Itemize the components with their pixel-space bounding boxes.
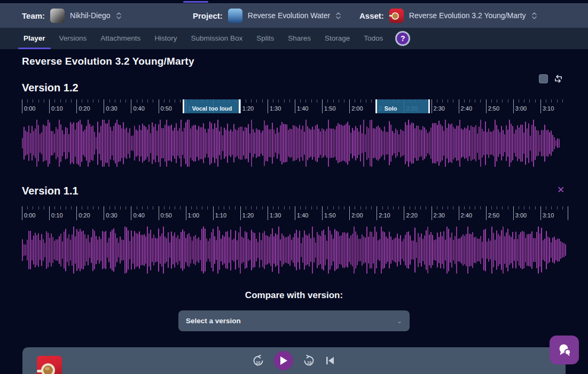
ruler-minor-tick xyxy=(153,99,153,103)
ruler-minor-tick xyxy=(262,206,263,209)
ruler-minor-tick xyxy=(502,99,503,103)
ruler-minor-tick xyxy=(562,206,563,209)
ruler-time-label: 3:10 xyxy=(543,105,554,112)
play-button[interactable] xyxy=(274,351,293,370)
ruler-minor-tick xyxy=(546,99,546,103)
ruler-major-tick xyxy=(513,99,514,113)
ruler-minor-tick xyxy=(442,206,443,209)
ruler-minor-tick xyxy=(360,206,361,209)
ruler-minor-tick xyxy=(420,206,421,209)
rewind-10-button[interactable]: 10 xyxy=(252,355,264,367)
nav-tab-bar: Player Versions Attachments History Subm… xyxy=(0,28,588,49)
ruler-minor-tick xyxy=(344,206,344,209)
ruler-minor-tick xyxy=(453,99,453,103)
ruler-minor-tick xyxy=(551,99,552,103)
chat-button[interactable] xyxy=(550,336,579,364)
ruler-time-label: 3:10 xyxy=(543,212,554,219)
ruler-time-label: 2:40 xyxy=(461,105,472,112)
ruler-minor-tick xyxy=(82,99,82,103)
ruler-time-label: 1:40 xyxy=(297,105,308,112)
team-selector[interactable]: Team: Nikhil-Diego xyxy=(22,3,122,28)
asset-selector[interactable]: Asset: Reverse Evolution 3.2 Young/Marty xyxy=(359,3,537,28)
page-title: Reverse Evolution 3.2 Young/Marty xyxy=(22,56,194,67)
ruler-time-label: 0:50 xyxy=(161,105,172,112)
ruler-minor-tick xyxy=(557,206,558,209)
ruler-minor-tick xyxy=(88,99,88,103)
ruler-minor-tick xyxy=(317,206,317,209)
ruler-time-label: 0:50 xyxy=(161,212,172,219)
ruler-minor-tick xyxy=(388,206,388,209)
question-mark-icon: ? xyxy=(401,34,405,43)
project-selector[interactable]: Project: Reverse Evolution Water xyxy=(193,3,341,28)
ruler-time-label: 2:50 xyxy=(488,212,499,219)
ruler-minor-tick xyxy=(246,206,246,209)
ruler-minor-tick xyxy=(278,206,279,209)
ruler-minor-tick xyxy=(60,206,61,209)
ruler-minor-tick xyxy=(442,99,443,103)
ruler-minor-tick xyxy=(137,99,137,103)
ruler-minor-tick xyxy=(382,206,383,209)
ruler-minor-tick xyxy=(508,206,508,209)
ruler-time-label: 2:30 xyxy=(434,212,445,219)
ruler-time-label: 1:10 xyxy=(215,212,226,219)
ruler-minor-tick xyxy=(256,99,257,103)
team-label: Team: xyxy=(22,11,45,20)
ruler-minor-tick xyxy=(126,99,126,103)
skip-to-start-button[interactable] xyxy=(325,356,335,365)
ruler-minor-tick xyxy=(66,206,66,209)
ruler-minor-tick xyxy=(98,206,99,209)
ruler-minor-tick xyxy=(251,99,252,103)
tab-submission-box[interactable]: Submission Box xyxy=(185,28,248,49)
loop-icon[interactable] xyxy=(553,74,563,83)
timeline-region[interactable]: Vocal too loud xyxy=(183,99,240,113)
timeline-ruler-v11[interactable]: 0:000:100:200:300:400:501:001:101:201:30… xyxy=(22,206,568,220)
tab-history[interactable]: History xyxy=(149,28,182,49)
version-select-dropdown[interactable]: Select a version ⌄ xyxy=(178,310,410,331)
ruler-minor-tick xyxy=(93,206,93,209)
tab-player[interactable]: Player xyxy=(18,28,51,49)
ruler-minor-tick xyxy=(164,206,164,209)
ruler-time-label: 3:00 xyxy=(515,212,527,219)
ruler-time-label: 1:20 xyxy=(242,105,254,112)
close-version-icon[interactable]: ✕ xyxy=(557,185,565,194)
asset-value: Reverse Evolution 3.2 Young/Marty xyxy=(409,11,526,20)
ruler-minor-tick xyxy=(535,206,536,209)
ruler-minor-tick xyxy=(38,99,39,103)
ruler-minor-tick xyxy=(120,206,121,209)
ruler-major-tick xyxy=(213,206,214,220)
ruler-major-tick xyxy=(540,206,541,220)
ruler-minor-tick xyxy=(153,206,153,209)
ruler-major-tick xyxy=(76,206,77,220)
team-value: Nikhil-Diego xyxy=(70,11,110,20)
ruler-minor-tick xyxy=(305,99,306,103)
tab-attachments[interactable]: Attachments xyxy=(95,28,146,49)
waveform-v12[interactable] xyxy=(22,120,560,167)
tab-splits[interactable]: Splits xyxy=(251,28,279,49)
tab-versions[interactable]: Versions xyxy=(54,28,92,49)
ruler-major-tick xyxy=(404,206,404,220)
timeline-ruler-v12[interactable]: 0:000:100:200:300:400:501:001:101:201:30… xyxy=(22,99,564,113)
tab-todos[interactable]: Todos xyxy=(358,28,388,49)
help-button[interactable]: ? xyxy=(395,31,410,46)
ruler-time-label: 2:50 xyxy=(488,105,499,112)
ruler-minor-tick xyxy=(415,206,415,209)
asset-thumbnail xyxy=(389,9,404,23)
tab-shares[interactable]: Shares xyxy=(283,28,316,49)
ruler-minor-tick xyxy=(317,99,317,103)
tab-storage[interactable]: Storage xyxy=(319,28,355,49)
ruler-time-label: 1:50 xyxy=(324,105,335,112)
timeline-region[interactable]: Solo xyxy=(375,99,430,113)
ruler-minor-tick xyxy=(366,99,366,103)
ruler-minor-tick xyxy=(54,206,55,209)
ruler-minor-tick xyxy=(120,99,121,103)
ruler-major-tick xyxy=(186,206,186,220)
ruler-time-label: 2:00 xyxy=(351,212,363,219)
version-1-2-title: Version 1.2 xyxy=(22,82,79,94)
forward-10-button[interactable]: 10 xyxy=(303,355,315,367)
ruler-major-tick xyxy=(268,99,268,113)
ruler-major-tick xyxy=(349,99,350,113)
ruler-minor-tick xyxy=(175,206,175,209)
version-checkbox[interactable] xyxy=(539,74,548,83)
waveform-v11[interactable] xyxy=(22,227,566,274)
now-playing-artwork[interactable] xyxy=(37,356,62,374)
